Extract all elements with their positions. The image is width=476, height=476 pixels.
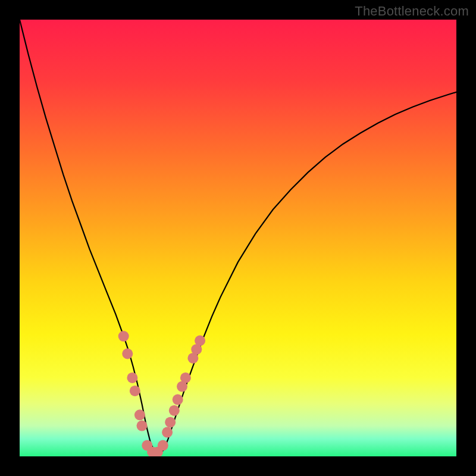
outer-frame: TheBottleneck.com [0,0,476,476]
data-marker [134,409,145,420]
data-marker [158,440,168,451]
data-marker [137,421,148,431]
data-marker [195,336,205,346]
data-marker [180,372,191,383]
data-marker [122,349,133,359]
watermark-text: TheBottleneck.com [355,4,469,19]
data-marker [162,427,173,438]
data-marker [118,331,129,342]
data-marker [169,405,180,416]
data-marker [130,386,140,396]
data-marker [173,394,183,405]
plot-area [20,20,456,456]
data-marker [127,372,137,383]
bottleneck-curve [20,20,456,454]
data-marker [165,417,176,428]
curve-layer [20,20,456,456]
